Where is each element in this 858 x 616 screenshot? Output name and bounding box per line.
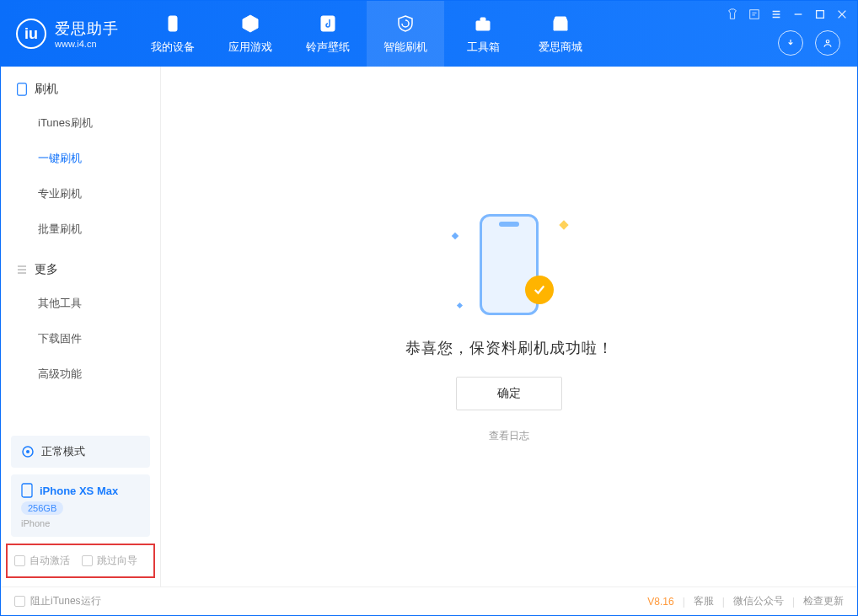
window-controls — [726, 8, 849, 21]
nav-label: 应用游戏 — [228, 40, 272, 55]
nav-apps-games[interactable]: 应用游戏 — [212, 1, 289, 67]
skip-guide-label: 跳过向导 — [97, 554, 137, 568]
shirt-icon[interactable] — [726, 8, 739, 21]
menu-icon[interactable] — [770, 8, 783, 21]
block-itunes-checkbox[interactable]: 阻止iTunes运行 — [14, 594, 101, 608]
download-button[interactable] — [778, 30, 803, 56]
nav-smart-flash[interactable]: 智能刷机 — [367, 1, 444, 67]
minimize-button[interactable] — [791, 8, 805, 21]
nav-store[interactable]: 爱思商城 — [522, 1, 599, 67]
sidebar-item-advanced[interactable]: 高级功能 — [1, 356, 160, 392]
sidebar-item-download-firmware[interactable]: 下载固件 — [1, 321, 160, 356]
list-icon — [16, 263, 28, 276]
nav-label: 智能刷机 — [383, 40, 427, 55]
sidebar-bottom: 正常模式 iPhone XS Max 256GB iPhone 自动激活 跳过向… — [1, 429, 160, 587]
success-illustration — [446, 210, 572, 319]
skip-guide-checkbox[interactable]: 跳过向导 — [82, 554, 137, 568]
device-name: iPhone XS Max — [40, 485, 118, 497]
svg-rect-5 — [750, 10, 759, 19]
success-message: 恭喜您，保资料刷机成功啦！ — [405, 338, 614, 358]
brand-name: 爱思助手 — [55, 19, 119, 39]
svg-rect-0 — [169, 16, 177, 31]
refresh-shield-icon — [394, 13, 416, 35]
check-badge-icon — [525, 276, 554, 304]
maximize-button[interactable] — [813, 8, 827, 21]
body: 刷机 iTunes刷机 一键刷机 专业刷机 批量刷机 更多 其他工具 下载固件 … — [1, 67, 857, 587]
brand-text: 爱思助手 www.i4.cn — [55, 19, 119, 49]
main-content: 恭喜您，保资料刷机成功啦！ 确定 查看日志 — [161, 67, 857, 587]
sidebar-item-itunes-flash[interactable]: iTunes刷机 — [1, 105, 160, 141]
phone-icon — [16, 83, 28, 96]
auto-activate-label: 自动激活 — [29, 554, 70, 568]
nav-ringtones-wallpapers[interactable]: 铃声壁纸 — [289, 1, 367, 67]
svg-rect-10 — [22, 484, 32, 497]
mode-icon — [21, 445, 35, 458]
block-itunes-label: 阻止iTunes运行 — [30, 594, 101, 608]
nav-label: 我的设备 — [151, 40, 195, 55]
auto-activate-checkbox[interactable]: 自动激活 — [14, 554, 70, 568]
nav-label: 爱思商城 — [539, 40, 582, 55]
version-label: V8.16 — [647, 596, 673, 608]
nav-label: 铃声壁纸 — [306, 40, 350, 55]
device-phone-icon — [21, 483, 33, 498]
ok-button[interactable]: 确定 — [456, 377, 562, 410]
wechat-link[interactable]: 微信公众号 — [733, 594, 784, 608]
toolbox-icon — [472, 13, 494, 35]
mode-card[interactable]: 正常模式 — [11, 436, 150, 468]
app-window: iu 爱思助手 www.i4.cn 我的设备 应用游戏 铃声壁纸 智能刷机 — [0, 0, 858, 616]
svg-point-4 — [826, 40, 829, 44]
cube-icon — [239, 13, 261, 35]
close-button[interactable] — [835, 8, 849, 21]
device-storage: 256GB — [21, 501, 63, 515]
svg-point-9 — [26, 450, 29, 453]
sidebar: 刷机 iTunes刷机 一键刷机 专业刷机 批量刷机 更多 其他工具 下载固件 … — [1, 67, 161, 587]
nav-toolbox[interactable]: 工具箱 — [444, 1, 522, 67]
brand-logo-icon: iu — [16, 19, 46, 49]
music-note-icon — [317, 13, 339, 35]
sidebar-group-flash: 刷机 — [1, 67, 160, 105]
brand: iu 爱思助手 www.i4.cn — [1, 1, 134, 67]
svg-rect-6 — [817, 11, 824, 19]
flash-options-box: 自动激活 跳过向导 — [6, 544, 155, 578]
footer: 阻止iTunes运行 V8.16 | 客服 | 微信公众号 | 检查更新 — [1, 587, 857, 615]
header: iu 爱思助手 www.i4.cn 我的设备 应用游戏 铃声壁纸 智能刷机 — [1, 1, 857, 67]
device-card[interactable]: iPhone XS Max 256GB iPhone — [11, 474, 150, 537]
mode-label: 正常模式 — [41, 444, 85, 459]
feedback-icon[interactable] — [748, 8, 761, 21]
svg-rect-3 — [480, 18, 485, 21]
account-button[interactable] — [815, 30, 840, 56]
nav-my-device[interactable]: 我的设备 — [134, 1, 212, 67]
top-nav: 我的设备 应用游戏 铃声壁纸 智能刷机 工具箱 爱思商城 — [134, 1, 599, 67]
customer-service-link[interactable]: 客服 — [694, 594, 714, 608]
sidebar-group-title: 刷机 — [35, 82, 58, 97]
check-update-link[interactable]: 检查更新 — [803, 594, 844, 608]
sidebar-group-more: 更多 — [1, 247, 160, 286]
nav-label: 工具箱 — [467, 40, 500, 55]
sidebar-group-title: 更多 — [35, 262, 58, 277]
svg-rect-7 — [18, 83, 27, 95]
device-icon — [162, 13, 184, 35]
sidebar-item-batch-flash[interactable]: 批量刷机 — [1, 212, 160, 247]
brand-url: www.i4.cn — [55, 39, 119, 49]
view-log-link[interactable]: 查看日志 — [489, 429, 529, 443]
sidebar-item-pro-flash[interactable]: 专业刷机 — [1, 176, 160, 212]
store-icon — [550, 13, 571, 35]
svg-rect-2 — [476, 21, 490, 30]
sidebar-item-other-tools[interactable]: 其他工具 — [1, 286, 160, 321]
sidebar-item-oneclick-flash[interactable]: 一键刷机 — [1, 141, 160, 176]
device-type: iPhone — [21, 518, 50, 528]
